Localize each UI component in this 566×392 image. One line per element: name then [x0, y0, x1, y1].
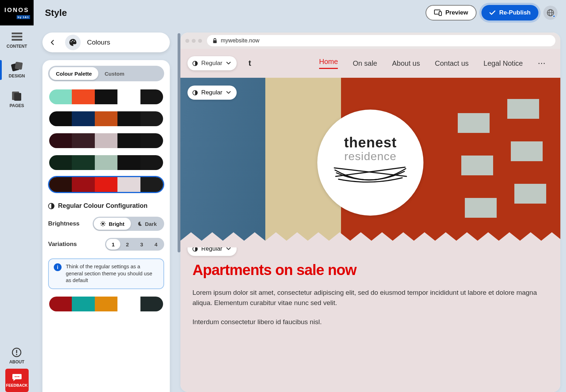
preview-button[interactable]: Preview	[426, 5, 477, 21]
page-title: Style	[45, 7, 67, 18]
nav-contact[interactable]: Contact us	[435, 59, 469, 68]
palette-list	[48, 88, 164, 193]
svg-point-19	[72, 40, 73, 41]
republish-button[interactable]: Re-Publish	[481, 5, 538, 21]
style-card: Colour Palette Custom Regular Colour Con…	[42, 60, 170, 392]
half-circle-icon	[192, 90, 198, 95]
svg-line-29	[101, 225, 102, 226]
palette-option[interactable]	[48, 176, 164, 193]
section-theme-pill-1[interactable]: Regular	[187, 56, 237, 70]
logo-cut: t	[249, 59, 251, 68]
variation-option-3[interactable]: 3	[134, 239, 149, 250]
lock-icon	[213, 38, 217, 43]
globe-button[interactable]	[543, 6, 558, 20]
rail-item-about[interactable]: ABOUT	[9, 343, 24, 369]
chevron-down-icon	[226, 247, 231, 251]
content-paragraph-1: Lorem ipsum dolor sit amet, consectetur …	[192, 288, 548, 308]
brand-logo: IONOS by 1&1	[0, 0, 34, 25]
back-button[interactable]	[46, 36, 59, 49]
brightness-dark[interactable]: Dark	[131, 218, 163, 230]
site-body: Regular t Home On sale About us Contact …	[180, 49, 560, 392]
svg-rect-2	[12, 39, 22, 41]
palette-option[interactable]	[48, 296, 164, 312]
button-label: Preview	[445, 9, 468, 16]
palette-option[interactable]	[48, 110, 164, 127]
check-icon	[489, 10, 496, 15]
config-heading: Regular Colour Configuration	[48, 202, 164, 210]
palette-option[interactable]	[48, 154, 164, 171]
palette-icon	[69, 38, 77, 47]
brightness-row: Brightness Bright Dark	[48, 217, 164, 231]
section-theme-pill-2[interactable]: Regular	[187, 86, 237, 100]
info-callout: i Think of the regular settings as a gen…	[48, 258, 164, 289]
nav-more[interactable]: ⋯	[538, 59, 546, 68]
nav-legal[interactable]: Legal Notice	[484, 59, 523, 68]
top-bar: Style Preview Re-Publish	[34, 0, 566, 25]
variation-option-1[interactable]: 1	[106, 239, 120, 250]
device-icon	[434, 10, 442, 16]
svg-line-28	[104, 225, 105, 226]
colours-chip	[65, 35, 81, 50]
svg-rect-6	[14, 93, 21, 101]
content-icon	[11, 32, 23, 42]
brightness-label: Brightness	[48, 220, 80, 227]
svg-point-9	[16, 354, 18, 355]
tab-custom[interactable]: Custom	[98, 67, 131, 80]
svg-rect-1	[12, 36, 22, 37]
panel-scrollbar[interactable]	[178, 33, 180, 252]
variations-segment: 1234	[105, 238, 164, 251]
variation-option-2[interactable]: 2	[120, 239, 134, 250]
palette-option[interactable]	[48, 132, 164, 149]
zigzag-divider	[180, 232, 560, 247]
feedback-button[interactable]: FEEDBACK	[5, 369, 29, 392]
tab-segment: Colour Palette Custom	[48, 66, 164, 81]
brand-text: IONOS	[5, 7, 29, 14]
info-icon: i	[54, 263, 62, 271]
rail-label: PAGES	[10, 103, 24, 108]
variations-row: Variations 1234	[48, 238, 164, 251]
window-dots	[185, 39, 202, 43]
variations-label: Variations	[48, 241, 77, 248]
tab-colour-palette[interactable]: Colour Palette	[50, 67, 98, 80]
site-preview: mywebsite.now Regular t Home On sale Abo…	[180, 33, 560, 392]
moon-icon	[137, 221, 142, 226]
nav-onsale[interactable]: On sale	[353, 59, 377, 68]
brightness-segment: Bright Dark	[93, 217, 164, 231]
palette-option[interactable]	[48, 88, 164, 105]
alert-icon	[12, 347, 22, 357]
chevron-left-icon	[50, 40, 55, 45]
brightness-bright[interactable]: Bright	[94, 218, 131, 230]
extra-palette-list	[48, 296, 164, 312]
breadcrumb: Colours	[42, 33, 170, 52]
info-text: Think of the regular settings as a gener…	[66, 263, 158, 284]
chevron-down-icon	[226, 91, 231, 94]
url-field: mywebsite.now	[207, 35, 555, 46]
variation-option-4[interactable]: 4	[149, 239, 163, 250]
logo-line2: residence	[344, 150, 397, 163]
svg-point-10	[15, 376, 16, 377]
svg-line-27	[101, 222, 102, 222]
rail-item-design[interactable]: DESIGN	[0, 55, 34, 85]
svg-rect-8	[16, 350, 17, 353]
design-icon	[11, 62, 23, 71]
style-panel: Colours Colour Palette Custom Regular Co…	[42, 33, 170, 392]
pages-icon	[11, 91, 23, 101]
svg-rect-14	[439, 12, 441, 16]
button-label: Re-Publish	[499, 9, 531, 16]
svg-rect-0	[12, 33, 22, 34]
svg-point-22	[102, 223, 104, 225]
rail-item-pages[interactable]: PAGES	[0, 85, 34, 115]
nav-home[interactable]: Home	[319, 58, 338, 69]
nav-about[interactable]: About us	[392, 59, 420, 68]
content-paragraph-2: Interdum consectetur libero id faucibus …	[192, 317, 548, 327]
site-logo-badge: thenest residence	[317, 110, 423, 216]
rail-item-content[interactable]: CONTENT	[0, 25, 34, 55]
chevron-down-icon	[226, 62, 231, 65]
chat-icon	[12, 373, 22, 382]
half-circle-icon	[192, 61, 198, 66]
rail-label: CONTENT	[7, 44, 27, 49]
crumb-title: Colours	[87, 39, 110, 46]
svg-rect-4	[15, 62, 23, 70]
url-text: mywebsite.now	[221, 37, 259, 44]
sun-icon	[100, 221, 106, 227]
